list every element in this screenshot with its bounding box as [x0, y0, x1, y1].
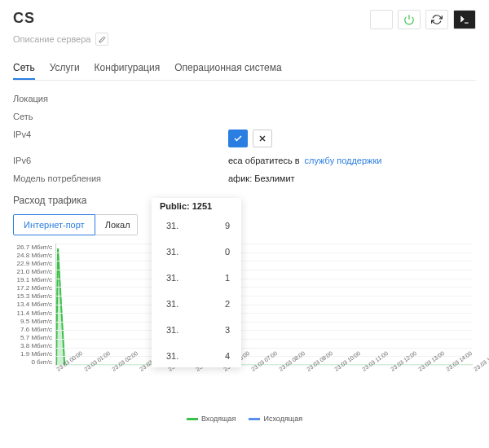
legend-in: Входящая [201, 415, 236, 423]
y-tick: 26.7 Мбит/с [13, 244, 52, 251]
confirm-button[interactable] [228, 130, 248, 147]
chart-legend: Входящая Исходящая [13, 415, 476, 423]
support-link[interactable]: службу поддержки [305, 156, 382, 165]
pencil-icon [99, 36, 106, 43]
edit-description-button[interactable] [95, 33, 108, 46]
tab-os[interactable]: Операционная система [174, 57, 282, 80]
dropdown-item[interactable]: 31.9 [152, 213, 241, 239]
x-tick: 23.03 12:00 [390, 367, 393, 372]
y-tick: 22.9 Мбит/с [13, 260, 52, 267]
dropdown-item[interactable]: 31.3 [152, 317, 241, 343]
dropdown-header: Public: 1251 [152, 198, 241, 213]
x-tick: 23.03 01:00 [83, 367, 86, 372]
check-icon [233, 134, 243, 143]
header-actions [370, 10, 476, 29]
tab-config[interactable]: Конфигурация [95, 57, 161, 80]
model-value: афик: Безлимит [228, 173, 295, 183]
x-tick: 23.03 03:00 [139, 367, 142, 372]
y-tick: 1.9 Мбит/с [13, 350, 52, 358]
location-label: Локация [13, 94, 143, 103]
console-icon [459, 14, 470, 25]
tab-services[interactable]: Услуги [50, 57, 80, 80]
y-tick: 11.4 Мбит/с [13, 310, 52, 317]
x-tick: 23.03 11:00 [361, 367, 364, 372]
y-tick: 9.5 Мбит/с [13, 318, 52, 325]
y-tick: 15.3 Мбит/с [13, 292, 52, 300]
main-tabs: Сеть Услуги Конфигурация Операционная си… [13, 57, 476, 81]
model-label: Модель потребления [13, 173, 143, 183]
x-tick: 23.03 15:00 [473, 367, 476, 372]
dropdown-item[interactable]: 31.2 [152, 291, 241, 317]
network-label: Сеть [13, 112, 143, 121]
x-tick: 23.03 02:00 [111, 367, 114, 372]
ip-dropdown[interactable]: Public: 1251 31.9 31.0 31.1 31.2 31.3 31… [152, 198, 241, 367]
port-tab-internet[interactable]: Интернет-порт [13, 214, 95, 235]
power-icon [403, 14, 415, 25]
x-tick: 23.03 09:00 [306, 367, 309, 372]
x-tick: 23.03 07:00 [250, 367, 253, 372]
dropdown-list[interactable]: 31.9 31.0 31.1 31.2 31.3 31.4 [152, 213, 241, 367]
power-button[interactable] [398, 10, 421, 29]
x-tick: 23.03 10:00 [333, 367, 337, 372]
refresh-icon [431, 14, 443, 25]
traffic-chart: 26.7 Мбит/с24.8 Мбит/с22.9 Мбит/с21.0 Мб… [13, 244, 476, 390]
server-subtitle: Описание сервера [13, 34, 90, 44]
y-tick: 24.8 Мбит/с [13, 252, 52, 259]
ipv6-label: IPv6 [13, 156, 143, 165]
x-tick: 23.03 00:00 [55, 367, 59, 372]
blank-action-button[interactable] [370, 10, 393, 29]
y-tick: 3.8 Мбит/с [13, 342, 52, 349]
server-title: CS [13, 10, 35, 27]
dropdown-item[interactable]: 31.4 [152, 343, 241, 367]
ipv6-text: еса обратитесь в [228, 156, 300, 165]
traffic-title: Расход трафика [13, 195, 476, 206]
y-tick: 5.7 Мбит/с [13, 334, 52, 341]
x-tick: 23.03 04:00 [167, 367, 170, 372]
y-tick: 19.1 Мбит/с [13, 276, 52, 283]
x-tick: 23.03 08:00 [278, 367, 281, 372]
legend-out: Исходящая [263, 415, 302, 423]
y-tick: 7.6 Мбит/с [13, 326, 52, 333]
close-icon [258, 134, 267, 143]
x-tick: 23.03 05:00 [195, 367, 198, 372]
port-tab-local[interactable]: Локал [95, 214, 138, 235]
y-tick: 17.2 Мбит/с [13, 284, 52, 292]
y-tick: 0 бит/с [13, 358, 52, 366]
y-tick: 21.0 Мбит/с [13, 268, 52, 275]
x-tick: 23.03 06:00 [222, 367, 226, 372]
x-tick: 23.03 14:00 [445, 367, 448, 372]
x-tick: 23.03 13:00 [417, 367, 421, 372]
ipv4-label: IPv4 [13, 130, 143, 139]
tab-network[interactable]: Сеть [13, 57, 35, 80]
refresh-button[interactable] [425, 10, 448, 29]
dropdown-item[interactable]: 31.0 [152, 239, 241, 265]
y-tick: 13.4 Мбит/с [13, 301, 52, 308]
console-button[interactable] [453, 10, 476, 29]
dropdown-item[interactable]: 31.1 [152, 265, 241, 291]
cancel-button[interactable] [253, 130, 272, 147]
